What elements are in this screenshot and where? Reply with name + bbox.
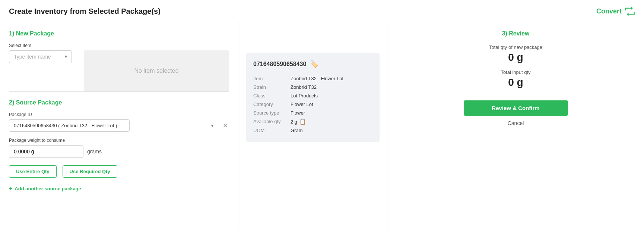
no-item-box: No item selected bbox=[84, 50, 229, 91]
tag-icon: 🏷️ bbox=[310, 60, 318, 68]
source-type-value: Flower bbox=[291, 109, 372, 117]
no-item-text: No item selected bbox=[134, 68, 178, 74]
available-qty-label: Available qty bbox=[253, 117, 291, 126]
package-id-label: Package ID bbox=[9, 112, 229, 117]
package-id-arrow-icon: ▼ bbox=[210, 123, 215, 128]
item-label: Item bbox=[253, 74, 291, 83]
package-detail-card: 0716480590658430 🏷️ Item Zonbrid T32 - F… bbox=[246, 53, 380, 142]
uom-label: UOM bbox=[253, 126, 291, 135]
convert-button[interactable]: Convert bbox=[596, 6, 635, 16]
source-type-label: Source type bbox=[253, 109, 291, 117]
cancel-button[interactable]: Cancel bbox=[508, 120, 524, 126]
plus-icon: + bbox=[9, 185, 12, 192]
convert-icon bbox=[625, 6, 635, 16]
select-item-label: Select Item bbox=[9, 43, 72, 48]
card-package-id: 0716480590658430 bbox=[253, 61, 306, 68]
clipboard-icon[interactable]: 📋 bbox=[299, 119, 306, 125]
convert-label: Convert bbox=[596, 7, 622, 15]
strain-label: Strain bbox=[253, 83, 291, 91]
use-entire-qty-button[interactable]: Use Entire Qty bbox=[9, 165, 57, 178]
use-required-qty-button[interactable]: Use Required Qty bbox=[63, 165, 117, 178]
total-input-label: Total input qty bbox=[501, 69, 530, 75]
add-source-label: Add another source package bbox=[15, 186, 81, 191]
strain-value: Zonbrid T32 bbox=[291, 83, 372, 91]
available-qty-value: 2 g 📋 bbox=[291, 117, 372, 126]
package-detail-table: Item Zonbrid T32 - Flower Lot Strain Zon… bbox=[253, 74, 372, 135]
page-title: Create Inventory from Selected Package(s… bbox=[9, 7, 161, 16]
uom-value: Gram bbox=[291, 126, 372, 135]
section1-title: 1) New Package bbox=[9, 30, 229, 37]
weight-label: Package weight to consume bbox=[9, 138, 229, 143]
select-item-dropdown[interactable]: Type item name bbox=[9, 50, 72, 63]
weight-unit: grams bbox=[87, 149, 102, 154]
review-title: 3) Review bbox=[502, 30, 530, 37]
section2-title: 2) Source Package bbox=[9, 99, 229, 106]
total-qty-value: 0 g bbox=[489, 51, 542, 63]
class-label: Class bbox=[253, 91, 291, 100]
item-value: Zonbrid T32 - Flower Lot bbox=[291, 74, 372, 83]
category-value: Flower Lot bbox=[291, 100, 372, 109]
total-qty-label: Total qty of new package bbox=[489, 44, 542, 50]
total-qty-stat: Total qty of new package 0 g bbox=[489, 44, 542, 63]
weight-input[interactable] bbox=[9, 145, 83, 158]
review-confirm-button[interactable]: Review & Confirm bbox=[464, 100, 568, 116]
package-id-dropdown[interactable]: 0716480590658430 ( Zonbrid T32 - Flower … bbox=[9, 119, 130, 132]
class-value: Lot Products bbox=[291, 91, 372, 100]
add-source-package-button[interactable]: + Add another source package bbox=[9, 185, 81, 192]
category-label: Category bbox=[253, 100, 291, 109]
total-input-stat: Total input qty 0 g bbox=[501, 69, 530, 88]
clear-package-button[interactable]: ✕ bbox=[221, 121, 229, 130]
total-input-value: 0 g bbox=[501, 77, 530, 88]
